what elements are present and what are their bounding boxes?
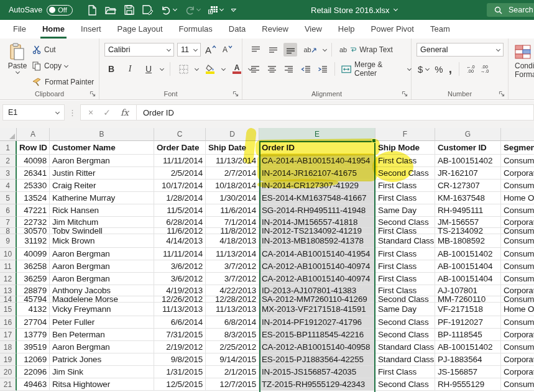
- cell-D2[interactable]: 11/13/2014: [206, 155, 259, 167]
- cell-B11[interactable]: Aaron Bergman: [50, 260, 154, 273]
- increase-indent-button[interactable]: [316, 62, 329, 76]
- cell-F11[interactable]: First Class: [375, 260, 435, 273]
- cell-H11[interactable]: Consumer: [501, 260, 534, 273]
- cell-H10[interactable]: Consumer: [501, 248, 534, 260]
- cell-D10[interactable]: 11/13/2014: [206, 248, 259, 260]
- cell-F18[interactable]: Standard Class: [375, 341, 435, 353]
- row-header-14[interactable]: 14: [0, 296, 17, 303]
- align-middle-button[interactable]: [266, 43, 280, 57]
- comma-button[interactable]: ,: [449, 63, 452, 75]
- cell-A19[interactable]: 12069: [17, 353, 50, 366]
- tab-power-pivot[interactable]: Power Pivot: [363, 20, 422, 39]
- cell-E2[interactable]: CA-2014-AB10015140-41954: [259, 155, 375, 167]
- cell-A4[interactable]: 25330: [17, 180, 50, 192]
- cell-C17[interactable]: 7/31/2015: [154, 329, 206, 341]
- cell-H19[interactable]: Corporate: [501, 353, 534, 366]
- align-left-button[interactable]: [249, 62, 262, 76]
- tab-review[interactable]: Review: [254, 20, 297, 39]
- cell-A17[interactable]: 13779: [17, 329, 50, 341]
- row-header-5[interactable]: 5: [0, 192, 17, 204]
- cell-F10[interactable]: First Class: [375, 248, 435, 260]
- cell-H5[interactable]: Home Office: [501, 192, 534, 204]
- cell-B7[interactable]: Jim Mitchum: [50, 217, 154, 228]
- cell-E14[interactable]: SA-2012-MM7260110-41269: [259, 296, 375, 303]
- search-box[interactable]: Search: [487, 3, 534, 17]
- cell-G6[interactable]: RH-9495111: [435, 204, 501, 217]
- cell-D12[interactable]: 3/7/2012: [206, 273, 259, 285]
- cell-C5[interactable]: 1/28/2014: [154, 192, 206, 204]
- fill-color-button[interactable]: [203, 62, 217, 76]
- cell-H3[interactable]: Corporate: [501, 167, 534, 180]
- tab-team[interactable]: Team: [422, 20, 458, 39]
- cell-E4[interactable]: IN-2014-CR127307-41929: [259, 180, 375, 192]
- save-button[interactable]: [123, 4, 136, 16]
- cell-E8[interactable]: IN-2012-TS2134092-41219: [259, 228, 375, 234]
- cell-A5[interactable]: 13524: [17, 192, 50, 204]
- cell-C13[interactable]: 4/19/2013: [154, 285, 206, 296]
- cell-F14[interactable]: Second Class: [375, 296, 435, 303]
- cell-B17[interactable]: Ben Peterman: [50, 329, 154, 341]
- cell-C18[interactable]: 2/19/2012: [154, 341, 206, 353]
- cell-H1[interactable]: Segment: [501, 141, 534, 155]
- column-header-G[interactable]: G: [435, 128, 501, 141]
- cell-E10[interactable]: CA-2014-AB10015140-41954: [259, 248, 375, 260]
- align-top-button[interactable]: [249, 43, 262, 57]
- cell-D4[interactable]: 10/18/2014: [206, 180, 259, 192]
- cell-E21[interactable]: TZ-2015-RH9555129-42343: [259, 378, 375, 391]
- tab-help[interactable]: Help: [330, 20, 363, 39]
- cell-G9[interactable]: MB-1808592: [435, 234, 501, 248]
- cell-G11[interactable]: AB-100151404: [435, 260, 501, 273]
- cell-F12[interactable]: First Class: [375, 273, 435, 285]
- row-header-1[interactable]: 1: [0, 141, 17, 155]
- decrease-indent-button[interactable]: [299, 62, 312, 76]
- italic-button[interactable]: I: [123, 62, 137, 76]
- select-all-corner[interactable]: [0, 128, 17, 141]
- autosave-toggle[interactable]: AutoSave Off: [9, 5, 73, 16]
- cell-G8[interactable]: TS-2134092: [435, 228, 501, 234]
- font-name-combobox[interactable]: Calibri: [104, 43, 174, 57]
- row-header-18[interactable]: 18: [0, 341, 17, 353]
- column-header-H[interactable]: H: [501, 128, 534, 141]
- cell-D21[interactable]: 12/7/2015: [206, 378, 259, 391]
- cell-B19[interactable]: Patrick Jones: [50, 353, 154, 366]
- column-header-D[interactable]: D: [206, 128, 259, 141]
- column-header-C[interactable]: C: [154, 128, 206, 141]
- cell-A10[interactable]: 40099: [17, 248, 50, 260]
- cell-B3[interactable]: Justin Ritter: [50, 167, 154, 180]
- cell-A15[interactable]: 4132: [17, 303, 50, 316]
- cell-E16[interactable]: IN-2014-PF1912027-41796: [259, 316, 375, 329]
- column-header-F[interactable]: F: [375, 128, 435, 141]
- row-header-12[interactable]: 12: [0, 273, 17, 285]
- orientation-button[interactable]: ab: [301, 43, 320, 57]
- cell-H4[interactable]: Consumer: [501, 180, 534, 192]
- cell-E3[interactable]: IN-2014-JR162107-41675: [259, 167, 375, 180]
- font-color-button[interactable]: A: [230, 62, 244, 76]
- cell-B4[interactable]: Craig Reiter: [50, 180, 154, 192]
- tab-insert[interactable]: Insert: [73, 20, 109, 39]
- column-header-A[interactable]: A: [17, 128, 50, 141]
- cell-G20[interactable]: JS-156857: [435, 366, 501, 378]
- cut-button[interactable]: Cut: [32, 43, 94, 56]
- cell-C16[interactable]: 6/6/2014: [154, 316, 206, 329]
- tab-file[interactable]: File: [5, 20, 34, 39]
- cell-G1[interactable]: Customer ID: [435, 141, 501, 155]
- cell-H20[interactable]: Corporate: [501, 366, 534, 378]
- cell-H9[interactable]: Consumer: [501, 234, 534, 248]
- new-file-button[interactable]: [86, 4, 98, 17]
- bold-button[interactable]: B: [104, 62, 118, 76]
- format-painter-button[interactable]: Format Painter: [32, 76, 94, 88]
- cell-H17[interactable]: Corporate: [501, 329, 534, 341]
- cell-E9[interactable]: IN-2013-MB1808592-41378: [259, 234, 375, 248]
- underline-button[interactable]: U: [142, 62, 155, 76]
- cell-H14[interactable]: Consumer: [501, 296, 534, 303]
- cell-B15[interactable]: Vicky Freymann: [50, 303, 154, 316]
- cell-A7[interactable]: 22732: [17, 217, 50, 228]
- row-header-2[interactable]: 2: [0, 155, 17, 167]
- cell-F15[interactable]: Same Day: [375, 303, 435, 316]
- cell-E12[interactable]: CA-2012-AB10015140-40974: [259, 273, 375, 285]
- enter-icon[interactable]: ✓: [103, 107, 111, 117]
- merge-center-button[interactable]: Merge & Center: [341, 63, 411, 75]
- tab-page-layout[interactable]: Page Layout: [109, 20, 171, 39]
- cell-F17[interactable]: Second Class: [375, 329, 435, 341]
- cell-A16[interactable]: 27704: [17, 316, 50, 329]
